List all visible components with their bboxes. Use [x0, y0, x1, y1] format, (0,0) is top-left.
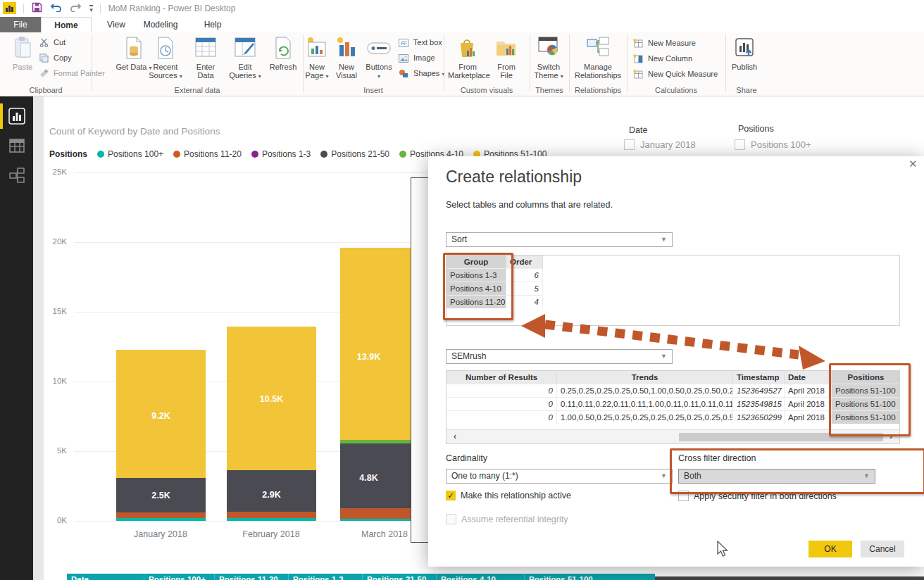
from-marketplace-button[interactable]: From Marketplace [448, 35, 487, 80]
group-label-insert: Insert [303, 86, 444, 94]
tab-home[interactable]: Home [41, 17, 92, 32]
bar-label: 2.9K [227, 490, 316, 500]
publish-icon [727, 37, 762, 61]
bar-jan-positions-100plus[interactable] [116, 518, 206, 521]
column-header-number-of-results[interactable]: Number of Results [447, 371, 557, 384]
publish-button[interactable]: Publish [727, 35, 762, 71]
checkbox-positions-100plus[interactable] [735, 139, 745, 150]
dialog-subtitle: Select tables and columns that are relat… [446, 200, 613, 210]
redo-button[interactable] [70, 2, 81, 15]
tab-file[interactable]: File [0, 17, 41, 32]
shapes-button[interactable]: Shapes ▾ [399, 69, 444, 83]
data-view-icon[interactable] [8, 137, 25, 154]
title-bar: ▾ MoM Ranking - Power BI Desktop [0, 0, 924, 17]
table-row[interactable]: Positions 4-10 5 [447, 282, 899, 295]
bar-feb-positions-11-20[interactable] [227, 512, 316, 518]
window-title: MoM Ranking - Power BI Desktop [108, 4, 236, 13]
bar-label: 10.5K [227, 394, 316, 404]
edit-queries-button[interactable]: Edit Queries ▾ [227, 35, 263, 80]
new-page-button[interactable]: New Page ▾ [303, 35, 331, 80]
slicer-positions-title: Positions [738, 124, 774, 134]
legend-item[interactable]: Positions 11-20 [173, 149, 242, 159]
table-row[interactable]: Positions 11-20 4 [447, 295, 899, 308]
bar-label: 2.5K [116, 491, 206, 500]
report-view-icon[interactable] [8, 108, 25, 125]
tab-view[interactable]: View [99, 17, 134, 32]
y-axis-tick: 25K [39, 168, 67, 176]
first-table-dropdown[interactable]: Sort▼ [446, 232, 673, 247]
manage-relationships-button[interactable]: Manage Relationships [573, 35, 623, 80]
enter-data-icon [190, 37, 221, 61]
shapes-icon [399, 69, 408, 78]
switch-theme-button[interactable]: Switch Theme ▾ [530, 35, 568, 80]
ribbon-group-share: Publish Share [725, 32, 768, 96]
close-icon[interactable]: ✕ [909, 158, 918, 170]
highlight-box-cross-filter [670, 448, 924, 494]
make-relationship-active-option[interactable]: ✓ Make this relationship active [446, 491, 571, 500]
y-axis-tick: 15K [39, 307, 67, 315]
legend-dot-gray [320, 151, 327, 158]
paintbrush-icon [39, 69, 49, 78]
bar-label: 13.9K [324, 352, 413, 362]
legend-item[interactable]: Positions 100+ [97, 149, 163, 159]
y-axis-tick: 10K [39, 377, 67, 385]
refresh-icon [266, 37, 300, 61]
group-label-custom-visuals: Custom visuals [444, 86, 530, 94]
ribbon-group-custom-visuals: From Marketplace From File Custom visual… [444, 32, 530, 96]
legend-item[interactable]: Positions 1-3 [251, 149, 311, 159]
model-view-icon[interactable] [8, 167, 25, 184]
checkbox-checked-icon[interactable]: ✓ [446, 491, 456, 500]
quick-access-toolbar-dropdown-icon[interactable]: ▾ [89, 5, 93, 13]
group-label-clipboard: Clipboard [0, 86, 92, 94]
highlight-box-group-column [443, 253, 513, 320]
cancel-button[interactable]: Cancel [861, 541, 904, 557]
undo-button[interactable] [51, 2, 62, 15]
cut-button[interactable]: Cut [39, 38, 65, 52]
y-axis-tick: 20K [39, 237, 67, 246]
copy-icon [39, 53, 49, 63]
table-row[interactable]: Positions 1-3 6 [447, 268, 899, 282]
column-header-timestamp[interactable]: Timestamp [733, 371, 785, 384]
ribbon-group-relationships: Manage Relationships Relationships [569, 32, 627, 96]
slicer-positions-item[interactable]: Positions 100+ [735, 139, 811, 150]
new-quick-measure-button[interactable]: New Quick Measure [632, 69, 718, 83]
enter-data-button[interactable]: Enter Data [190, 35, 221, 80]
from-file-button[interactable]: From File [490, 35, 523, 80]
second-table-dropdown[interactable]: SEMrush▼ [446, 349, 673, 364]
ok-button[interactable]: OK [808, 541, 852, 557]
new-column-button[interactable]: New Column [632, 53, 692, 68]
titlebar-separator [23, 4, 24, 13]
buttons-button[interactable]: Buttons ▾ [363, 35, 394, 80]
column-header-trends[interactable]: Trends [557, 371, 733, 384]
tab-modeling[interactable]: Modeling [138, 17, 183, 32]
legend-item[interactable]: Positions 21-50 [320, 149, 389, 159]
recent-sources-button[interactable]: Recent Sources ▾ [144, 35, 187, 80]
new-measure-icon [632, 38, 643, 48]
save-button[interactable] [32, 2, 42, 15]
column-header-date[interactable]: Date [785, 371, 832, 384]
refresh-button[interactable]: Refresh [266, 35, 300, 71]
legend-dot-green [399, 151, 406, 158]
copy-button[interactable]: Copy [39, 53, 72, 68]
image-icon [399, 54, 408, 63]
x-axis-label: January 2018 [104, 529, 217, 539]
new-measure-button[interactable]: New Measure [632, 38, 696, 52]
tab-help[interactable]: Help [197, 17, 228, 32]
bar-feb-positions-100plus[interactable] [227, 518, 316, 521]
slicer-date-item[interactable]: January 2018 [624, 139, 696, 150]
text-box-button[interactable]: A Text box [399, 38, 442, 52]
group-label-themes: Themes [530, 86, 569, 94]
paste-button[interactable]: Paste [3, 35, 42, 71]
cardinality-dropdown[interactable]: One to many (1:*)▼ [446, 469, 673, 484]
new-page-icon [303, 37, 331, 61]
bottom-data-table: Date Positions 100+ Positions 11-20 Posi… [67, 574, 655, 580]
group-label-calculations: Calculations [627, 86, 725, 94]
new-visual-button[interactable]: New Visual [332, 35, 361, 80]
bar-jan-positions-11-20[interactable] [116, 512, 206, 518]
legend-dot-orange [173, 151, 180, 158]
image-button[interactable]: Image [399, 53, 435, 68]
scroll-left-icon[interactable]: ‹ [454, 431, 456, 441]
checkbox-january-2018[interactable] [624, 139, 635, 150]
ribbon: Paste Cut Copy Format Painter Clipboard [0, 32, 924, 96]
recent-sources-icon [144, 37, 187, 61]
